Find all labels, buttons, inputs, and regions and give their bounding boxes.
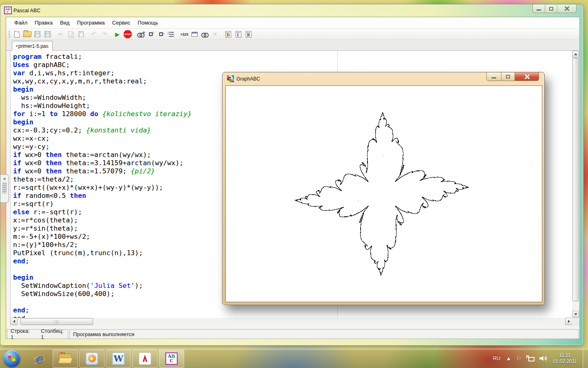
taskbar-internet-explorer[interactable]: e	[26, 350, 51, 368]
graph-close-button[interactable]	[515, 72, 539, 81]
step-out-icon: →	[159, 32, 163, 36]
close-exec-button[interactable]: ✕	[210, 29, 220, 39]
vertical-scroll-thumb[interactable]	[572, 58, 579, 301]
status-message-panel: Программа выполняется	[69, 329, 579, 339]
graph-titlebar[interactable]: GraphABC	[223, 72, 544, 86]
step-out-button[interactable]: →	[156, 29, 166, 39]
expand-chevrons-icon: »	[3, 176, 6, 181]
system-tray: RU ▲ ⚐ 11:11 01.02.2011	[493, 349, 588, 368]
media-player-icon: ▶	[86, 352, 98, 365]
cut-button[interactable]: ✂	[56, 29, 66, 39]
run-button[interactable]: ▶	[112, 29, 122, 39]
show-desktop-button[interactable]	[583, 349, 588, 368]
toolbar-separator	[134, 30, 134, 38]
windows-logo-icon	[8, 355, 16, 362]
evaluate-icon: >123	[180, 32, 188, 36]
module-d-button[interactable]: D	[223, 29, 233, 39]
menu-item-Вид[interactable]: Вид	[57, 18, 73, 27]
save-all-icon	[45, 31, 51, 37]
taskbar-windows-explorer[interactable]	[53, 350, 78, 368]
graph-minimize-button[interactable]	[487, 72, 501, 81]
menu-item-Правка[interactable]: Правка	[31, 18, 56, 27]
goto-list-icon	[169, 32, 174, 37]
scroll-left-button[interactable]	[10, 318, 18, 325]
taskbar-media-player[interactable]: ▶	[79, 350, 105, 368]
save-icon	[34, 31, 40, 37]
main-titlebar[interactable]: ABC Pascal ABC	[0, 4, 583, 17]
language-indicator[interactable]: RU	[493, 355, 501, 361]
start-button[interactable]	[3, 350, 20, 367]
taskbar-pascal-abc[interactable]: ABC	[159, 350, 184, 368]
fractal-canvas	[226, 86, 542, 302]
module-l-button[interactable]: L	[233, 29, 243, 39]
menu-item-Сервис[interactable]: Сервис	[109, 18, 134, 27]
scroll-down-button[interactable]	[572, 311, 579, 318]
watch-window-button[interactable]	[200, 29, 210, 39]
taskbar-clock[interactable]: 11:11 01.02.2011	[553, 352, 577, 365]
code-line: Uses graphABC;	[13, 61, 572, 69]
show-hidden-icons-button[interactable]: ▲	[507, 356, 510, 361]
network-icon[interactable]	[526, 355, 535, 362]
redo-button[interactable]: ↷	[99, 29, 109, 39]
status-caret-panel: Строка: 1 Столбец: 1	[7, 329, 68, 339]
folder-icon	[59, 354, 72, 364]
maximize-button[interactable]	[545, 4, 557, 13]
toolbar-separator	[255, 30, 255, 38]
toolbar-grip[interactable]	[9, 31, 10, 38]
open-file-button[interactable]	[22, 29, 32, 39]
tab-bar: • primer1-5.pas	[6, 40, 579, 51]
editor-horizontal-scrollbar[interactable]	[10, 318, 572, 326]
scroll-up-button[interactable]	[572, 51, 579, 58]
module-r-button[interactable]: R	[243, 29, 254, 39]
close-icon	[564, 6, 569, 11]
goto-definition-button[interactable]: ↓	[166, 29, 176, 39]
step-into-button[interactable]: ↓	[146, 29, 156, 39]
close-button[interactable]	[557, 4, 576, 13]
minimize-icon	[537, 9, 541, 11]
minimize-button[interactable]	[533, 4, 545, 13]
horizontal-scroll-thumb[interactable]	[20, 318, 93, 325]
paste-icon	[78, 31, 84, 37]
graph-maximize-button[interactable]	[501, 72, 515, 81]
maximize-icon	[506, 75, 510, 79]
menu-item-Помощь[interactable]: Помощь	[134, 18, 161, 27]
toolbar-separator	[178, 30, 178, 38]
menu-bar: ФайлПравкаВидПрограммаСервисПомощь	[6, 17, 579, 29]
undo-button[interactable]: ↶	[89, 29, 99, 39]
taskbar-word[interactable]: W	[106, 350, 131, 368]
volume-speaker-icon[interactable]	[539, 355, 547, 361]
close-icon	[524, 74, 530, 79]
action-center-flag-icon[interactable]: ⚐	[516, 355, 521, 362]
code-line: program fractali;	[13, 53, 572, 61]
save-button[interactable]	[32, 29, 42, 39]
scroll-right-icon	[568, 320, 572, 323]
clock-date: 01.02.2011	[553, 359, 577, 365]
save-all-button[interactable]	[42, 29, 53, 39]
new-file-icon	[14, 31, 20, 38]
copy-button[interactable]	[66, 29, 76, 39]
open-folder-icon	[23, 31, 31, 37]
collapsed-panel-handle[interactable]: »	[0, 174, 9, 203]
module-d-icon: D	[225, 31, 231, 38]
menu-item-Программа[interactable]: Программа	[74, 18, 108, 27]
evaluate-button[interactable]: >123	[179, 29, 189, 39]
step-into-icon: ↓	[149, 32, 153, 36]
paste-button[interactable]	[76, 29, 86, 39]
taskbar: e ▶ W ABC RU ▲ ⚐ 11:11 01.02.2011	[0, 348, 588, 368]
drag-dots-icon	[2, 183, 7, 193]
stop-button[interactable]: STOP	[122, 29, 133, 39]
scroll-right-button[interactable]	[565, 318, 572, 325]
desktop-wallpaper: ABC Pascal ABC ФайлПравкаВидПрограммаСер…	[0, 0, 588, 368]
menu-item-Файл[interactable]: Файл	[11, 18, 31, 27]
adobe-reader-icon	[139, 352, 151, 365]
editor-vertical-scrollbar[interactable]	[572, 51, 579, 318]
stop-sign-icon: STOP	[124, 30, 132, 38]
tab-primer1-5-pas[interactable]: • primer1-5.pas	[12, 41, 53, 51]
taskbar-adobe-reader[interactable]	[132, 350, 158, 368]
output-window-button[interactable]	[189, 29, 200, 39]
copy-icon	[68, 31, 72, 36]
new-file-button[interactable]	[12, 29, 22, 39]
clock-time: 11:11	[553, 352, 577, 359]
add-watch-button[interactable]: +	[136, 29, 146, 39]
scrollbar-corner	[572, 318, 579, 326]
